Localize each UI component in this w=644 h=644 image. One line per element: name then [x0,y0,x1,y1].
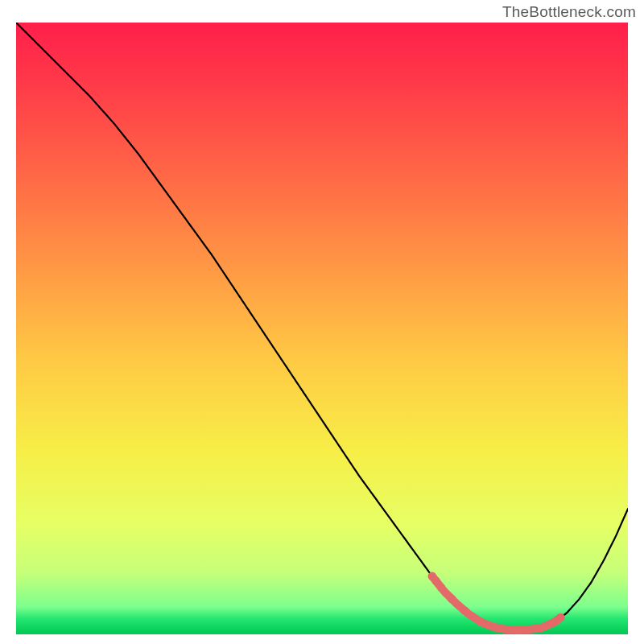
plot-area [16,23,628,634]
marker-dot [437,584,445,592]
marker-dot [508,625,516,634]
marker-dot [522,625,530,634]
marker-dot [492,623,500,631]
marker-dot [448,594,456,602]
bottleneck-chart [16,23,628,634]
marker-dot [477,618,485,626]
marker-dot [460,606,469,614]
marker-dot [533,624,541,632]
chart-stage: TheBottleneck.com [0,0,644,644]
marker-dot [556,613,564,621]
watermark-text: TheBottleneck.com [502,3,636,21]
gradient-background [16,23,628,634]
